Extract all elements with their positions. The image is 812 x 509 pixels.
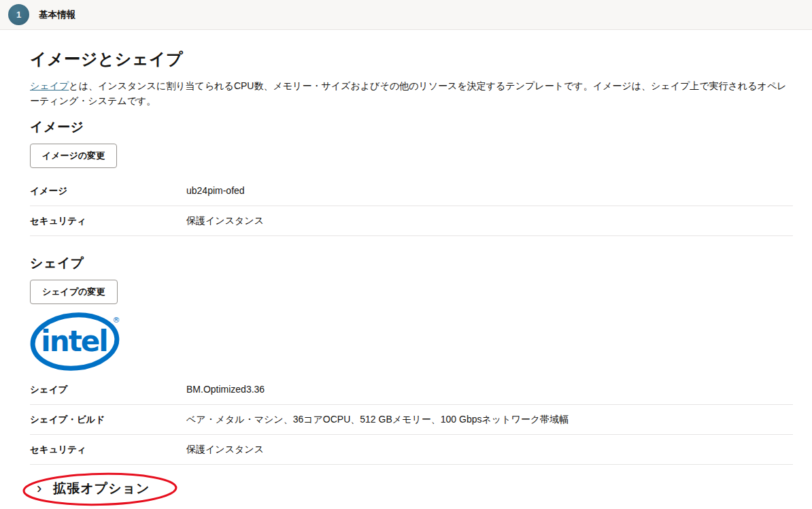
row-label: シェイプ・ビルド	[30, 414, 186, 425]
advanced-options-label: 拡張オプション	[53, 480, 150, 497]
table-row: セキュリティ 保護インスタンス	[30, 435, 793, 465]
step-label: 基本情報	[39, 9, 75, 21]
shape-summary-table: シェイプ BM.Optimized3.36 シェイプ・ビルド ベア・メタル・マシ…	[30, 375, 793, 465]
table-row: シェイプ・ビルド ベア・メタル・マシン、36コアOCPU、512 GBメモリー、…	[30, 405, 793, 435]
page-title: イメージとシェイプ	[30, 49, 793, 69]
row-value: ベア・メタル・マシン、36コアOCPU、512 GBメモリー、100 Gbpsネ…	[186, 414, 569, 425]
row-label: シェイプ	[30, 384, 186, 395]
page-description-text: とは、インスタンスに割り当てられるCPU数、メモリー・サイズおよびその他のリソー…	[30, 80, 787, 106]
row-value: ub24pim-ofed	[186, 185, 245, 197]
page-description: シェイプとは、インスタンスに割り当てられるCPU数、メモリー・サイズおよびその他…	[30, 78, 793, 108]
row-value: 保護インスタンス	[186, 215, 264, 227]
row-value: BM.Optimized3.36	[186, 384, 265, 395]
image-summary-table: イメージ ub24pim-ofed セキュリティ 保護インスタンス	[30, 176, 793, 236]
change-shape-button[interactable]: シェイプの変更	[30, 280, 118, 304]
chevron-right-icon: ›	[37, 481, 41, 496]
row-label: イメージ	[30, 185, 186, 197]
intel-logo: intel ®	[30, 311, 125, 372]
step-1-badge: 1	[8, 4, 29, 25]
advanced-options-toggle[interactable]: › 拡張オプション	[37, 480, 150, 497]
table-row: セキュリティ 保護インスタンス	[30, 206, 793, 236]
shape-section-heading: シェイプ	[30, 255, 793, 272]
row-value: 保護インスタンス	[186, 444, 264, 455]
registered-mark: ®	[113, 316, 120, 325]
wizard-step-header: 1 基本情報	[0, 0, 812, 30]
change-image-button[interactable]: イメージの変更	[30, 144, 117, 168]
main-content: イメージとシェイプ シェイプとは、インスタンスに割り当てられるCPU数、メモリー…	[0, 49, 812, 497]
table-row: イメージ ub24pim-ofed	[30, 176, 793, 206]
row-label: セキュリティ	[30, 444, 186, 455]
intel-logo-text: intel	[41, 325, 107, 358]
table-row: シェイプ BM.Optimized3.36	[30, 375, 793, 405]
image-section-heading: イメージ	[30, 119, 793, 135]
step-number: 1	[16, 10, 21, 20]
row-label: セキュリティ	[30, 215, 186, 227]
shape-doc-link[interactable]: シェイプ	[30, 80, 69, 91]
